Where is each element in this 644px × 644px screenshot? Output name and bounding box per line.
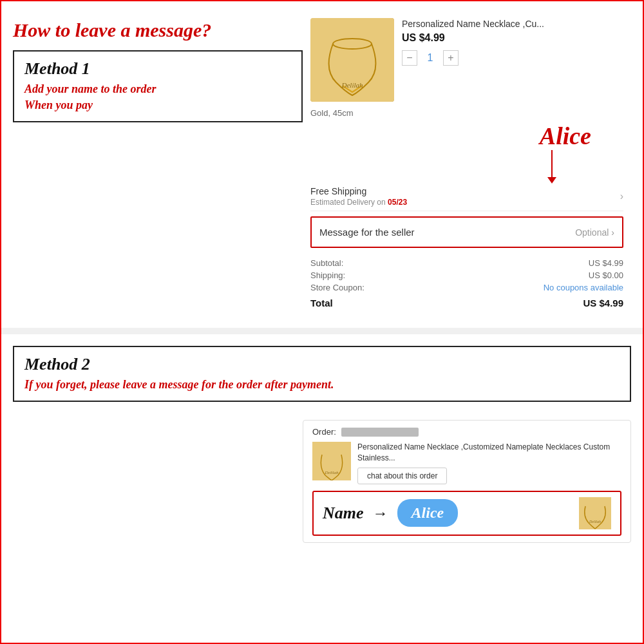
qty-row: − 1 + (402, 50, 623, 66)
order-card: Order: Delilah Personalized Name Necklac… (303, 420, 631, 543)
order-id-blur (341, 428, 419, 437)
alice-text: Alice (540, 122, 591, 150)
order-product-title: Personalized Name Necklace ,Customized N… (357, 442, 621, 464)
name-arrow-row: Name → Alice Delilah (312, 491, 621, 536)
product-info: Personalized Name Necklace ,Cu... US $4.… (402, 18, 623, 66)
qty-value: 1 (424, 52, 437, 64)
order-header: Order: (312, 427, 621, 437)
total-value: US $4.99 (583, 298, 623, 308)
alice-bubble: Alice (397, 499, 459, 527)
total-row: Total US $4.99 (310, 298, 623, 308)
message-label: Message for the seller (319, 227, 415, 238)
product-top-row: Delilah Personalized Name Necklace ,Cu..… (310, 18, 623, 102)
product-title: Personalized Name Necklace ,Cu... (402, 18, 623, 30)
method2-inner-box: Method 2 If you forget, please leave a m… (13, 346, 631, 402)
order-product-row: Delilah Personalized Name Necklace ,Cust… (312, 442, 621, 484)
method2-box: Method 2 If you forget, please leave a m… (13, 346, 631, 407)
necklace-svg: Delilah (310, 18, 394, 102)
shipping-chevron-icon[interactable]: › (620, 191, 623, 202)
delivery-date: 05/23 (388, 198, 407, 207)
arrow-down-line (551, 150, 553, 178)
subtotal-row: Subtotal: US $4.99 (310, 258, 623, 268)
thumb-necklace-svg: Delilah (579, 497, 611, 529)
message-chevron-icon[interactable]: › (611, 227, 614, 238)
shipping-info: Free Shipping Estimated Delivery on 05/2… (310, 186, 407, 207)
product-image: Delilah (310, 18, 394, 102)
product-card: Delilah Personalized Name Necklace ,Cu..… (303, 13, 631, 316)
qty-increase-button[interactable]: + (443, 50, 459, 66)
method1-box: Method 1 Add your name to the order When… (13, 50, 303, 122)
method1-desc: Add your name to the order When you pay (24, 81, 291, 113)
svg-text:Delilah: Delilah (325, 470, 339, 475)
name-label: Name (323, 504, 364, 523)
svg-text:Delilah: Delilah (341, 81, 363, 89)
how-to-heading: How to leave a message? (13, 13, 316, 41)
shipping-cost-label: Shipping: (310, 270, 345, 280)
delivery-text: Estimated Delivery on 05/23 (310, 198, 407, 207)
method1-title: Method 1 (24, 59, 291, 79)
shipping-cost-value: US $0.00 (589, 270, 623, 280)
subtotal-label: Subtotal: (310, 258, 343, 268)
arrow-down-head (547, 177, 556, 184)
coupon-row: Store Coupon: No coupons available (310, 283, 623, 292)
order-card-container: Order: Delilah Personalized Name Necklac… (13, 420, 631, 543)
product-price: US $4.99 (402, 32, 623, 44)
total-label: Total (310, 298, 333, 308)
svg-rect-5 (579, 497, 611, 529)
shipping-row: Free Shipping Estimated Delivery on 05/2… (310, 182, 623, 211)
alice-annotation: Alice (310, 122, 623, 178)
subtotal-value: US $4.99 (589, 258, 623, 268)
coupon-value[interactable]: No coupons available (544, 283, 623, 292)
main-container: How to leave a message? Method 1 Add you… (1, 1, 643, 643)
necklace-thumbnail: Delilah (579, 497, 611, 529)
arrow-right-icon: → (373, 504, 388, 522)
section-separator (1, 328, 643, 334)
message-optional-row: Optional › (575, 227, 614, 238)
price-summary: Subtotal: US $4.99 Shipping: US $0.00 St… (310, 252, 623, 311)
order-product-image: Delilah (312, 442, 351, 480)
order-product-info: Personalized Name Necklace ,Customized N… (357, 442, 621, 484)
coupon-label: Store Coupon: (310, 283, 365, 292)
method2-desc: If you forget, please leave a message fo… (24, 377, 620, 393)
message-for-seller-box[interactable]: Message for the seller Optional › (310, 216, 623, 248)
shipping-cost-row: Shipping: US $0.00 (310, 270, 623, 280)
top-section: How to leave a message? Method 1 Add you… (13, 13, 631, 316)
method2-title: Method 2 (24, 355, 620, 374)
optional-text: Optional (575, 227, 609, 238)
order-label: Order: (312, 427, 336, 437)
svg-text:Delilah: Delilah (589, 520, 601, 524)
product-variant: Gold, 45cm (310, 106, 623, 118)
chat-about-order-button[interactable]: chat about this order (357, 468, 447, 484)
svg-rect-0 (310, 18, 394, 102)
order-necklace-svg: Delilah (312, 442, 351, 480)
shipping-label: Free Shipping (310, 186, 407, 196)
qty-decrease-button[interactable]: − (402, 50, 417, 66)
